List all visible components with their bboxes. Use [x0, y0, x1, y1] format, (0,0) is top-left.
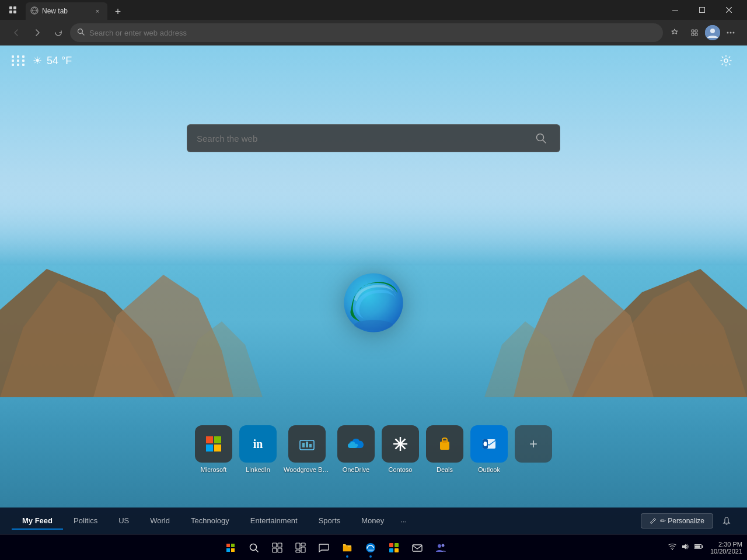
taskbar-mail-button[interactable] — [406, 537, 428, 559]
page-settings-button[interactable] — [717, 51, 735, 70]
refresh-button[interactable] — [49, 23, 68, 42]
quick-link-linkedin[interactable]: in LinkedIn — [239, 425, 277, 473]
quick-link-icon-deals — [426, 425, 463, 463]
feed-tab-entertainment[interactable]: Entertainment — [240, 513, 308, 530]
tab-close-button[interactable]: × — [92, 6, 103, 16]
taskbar-search-button[interactable] — [243, 537, 265, 559]
quick-link-contoso[interactable]: Contoso — [382, 425, 419, 473]
svg-rect-11 — [692, 30, 694, 32]
quick-link-onedrive[interactable]: OneDrive — [337, 425, 375, 473]
svg-rect-46 — [442, 440, 447, 443]
feed-tab-technology[interactable]: Technology — [180, 513, 240, 530]
active-tab[interactable]: New tab × — [26, 2, 107, 20]
main-content: ☀ 54 °F — [0, 46, 747, 534]
feed-tab-politics[interactable]: Politics — [63, 513, 108, 530]
svg-rect-63 — [296, 550, 300, 552]
tab-title: New tab — [42, 7, 89, 15]
customize-button[interactable] — [12, 55, 26, 66]
quick-link-icon-contoso — [382, 425, 419, 463]
taskbar-start-button[interactable] — [219, 537, 242, 559]
quick-link-deals[interactable]: Deals — [426, 425, 463, 473]
taskbar-files-button[interactable] — [336, 537, 358, 559]
clock-date: 10/20/2021 — [710, 548, 742, 555]
feed-tab-world[interactable]: World — [139, 513, 180, 530]
window-controls — [662, 0, 742, 20]
close-button[interactable] — [715, 0, 742, 20]
notification-button[interactable] — [718, 512, 735, 530]
quick-link-icon-linkedin: in — [239, 425, 277, 463]
weather-icon: ☀ — [33, 54, 42, 67]
svg-point-70 — [438, 544, 441, 548]
personalize-button[interactable]: ✏ Personalize — [641, 513, 713, 528]
network-icon[interactable] — [667, 541, 678, 554]
svg-rect-62 — [301, 547, 305, 552]
taskbar-widgets-button[interactable] — [289, 537, 312, 559]
address-bar[interactable] — [70, 23, 663, 42]
edge-logo — [341, 271, 406, 335]
browser-window: New tab × + — [0, 0, 747, 560]
quick-link-label-microsoft: Microsoft — [201, 466, 227, 473]
svg-rect-58 — [273, 548, 277, 552]
svg-rect-51 — [231, 544, 235, 547]
search-container — [187, 124, 560, 152]
address-input[interactable] — [89, 29, 656, 37]
forward-button[interactable] — [28, 23, 47, 42]
svg-point-19 — [733, 32, 735, 34]
volume-icon[interactable] — [680, 541, 690, 554]
title-bar: New tab × + — [0, 0, 747, 20]
minimize-button[interactable] — [662, 0, 689, 20]
new-tab-button[interactable]: + — [110, 4, 126, 20]
add-quick-link-button[interactable]: + Add — [515, 425, 552, 473]
system-clock[interactable]: 2:30 PM 10/20/2021 — [710, 541, 742, 555]
profile-avatar[interactable] — [705, 25, 720, 40]
svg-rect-38 — [302, 443, 305, 447]
taskbar-apps — [5, 537, 667, 559]
svg-rect-34 — [214, 436, 221, 443]
search-submit-button[interactable] — [532, 129, 550, 148]
feed-bar: My Feed Politics US World Technology Ent… — [0, 508, 747, 534]
feed-tab-us[interactable]: US — [108, 513, 139, 530]
feed-tab-sports[interactable]: Sports — [308, 513, 351, 530]
taskbar: 2:30 PM 10/20/2021 — [0, 534, 747, 560]
feed-tab-my-feed[interactable]: My Feed — [12, 513, 63, 530]
svg-line-55 — [256, 550, 258, 552]
svg-rect-68 — [395, 548, 399, 552]
quick-links: Microsoft in LinkedIn — [195, 425, 552, 473]
svg-rect-53 — [231, 548, 235, 552]
personalize-label: ✏ Personalize — [660, 517, 704, 525]
svg-rect-40 — [309, 444, 312, 447]
feed-tab-money[interactable]: Money — [351, 513, 395, 530]
taskbar-store-button[interactable] — [383, 537, 405, 559]
title-bar-left: New tab × + — [5, 0, 126, 20]
svg-rect-75 — [695, 545, 700, 548]
favorites-button[interactable] — [665, 23, 684, 42]
quick-link-icon-woodgrove — [288, 425, 326, 463]
add-link-icon: + — [515, 425, 552, 463]
svg-point-72 — [672, 549, 673, 550]
feed-more-button[interactable]: ··· — [395, 513, 413, 529]
battery-icon[interactable] — [693, 542, 704, 553]
search-input[interactable] — [197, 134, 526, 144]
svg-point-16 — [710, 29, 715, 33]
svg-rect-74 — [701, 545, 703, 548]
quick-link-outlook[interactable]: Outlook — [470, 425, 508, 473]
nav-actions — [665, 23, 740, 42]
quick-link-microsoft[interactable]: Microsoft — [195, 425, 232, 473]
quick-link-woodgrove[interactable]: Woodgrove Bank — [284, 425, 330, 473]
taskbar-chat-button[interactable] — [313, 537, 335, 559]
svg-rect-6 — [700, 8, 705, 13]
svg-point-71 — [442, 544, 445, 547]
tab-switcher-button[interactable] — [5, 2, 21, 18]
maximize-button[interactable] — [689, 0, 715, 20]
back-button[interactable] — [7, 23, 26, 42]
taskbar-teams-button[interactable] — [430, 537, 452, 559]
taskbar-edge-button[interactable] — [359, 537, 382, 559]
collections-button[interactable] — [685, 23, 704, 42]
taskbar-task-view-button[interactable] — [266, 537, 288, 559]
settings-more-button[interactable] — [721, 23, 740, 42]
svg-line-10 — [82, 33, 85, 36]
quick-link-label-onedrive: OneDrive — [343, 466, 369, 473]
quick-link-label-linkedin: LinkedIn — [246, 466, 270, 473]
svg-rect-66 — [395, 543, 399, 547]
weather-widget[interactable]: ☀ 54 °F — [33, 54, 72, 67]
